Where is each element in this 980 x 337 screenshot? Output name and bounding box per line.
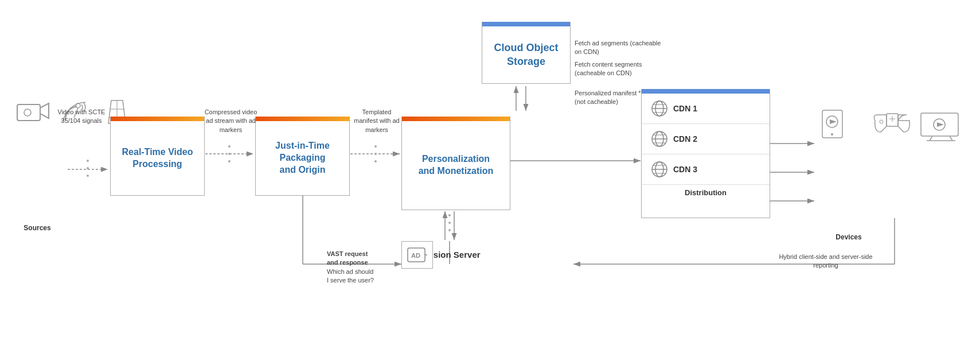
- tv-icon: [918, 112, 964, 144]
- cdn3-label: CDN 3: [673, 165, 697, 174]
- personalization-header: [402, 117, 510, 121]
- svg-marker-59: [830, 119, 837, 124]
- svg-point-29: [448, 214, 451, 216]
- vast-bold: VAST requestand response: [327, 250, 368, 266]
- cdn2-item: CDN 2: [642, 124, 770, 154]
- cloud-storage-box: Cloud ObjectStorage: [482, 22, 571, 84]
- vast-desc: Which ad shouldI serve the user?: [327, 268, 374, 284]
- svg-marker-66: [937, 122, 944, 127]
- fetch-ad-segments-label: Fetch ad segments (cacheable on CDN): [575, 39, 666, 57]
- vast-request-label: VAST requestand response Which ad should…: [327, 250, 399, 285]
- cdn1-label: CDN 1: [673, 104, 697, 113]
- cloud-storage-header: [482, 22, 570, 26]
- cdn2-label: CDN 2: [673, 134, 697, 144]
- jit-header: [256, 117, 349, 121]
- svg-point-23: [228, 145, 231, 148]
- jit-title: Just-in-TimePackagingand Origin: [271, 135, 334, 180]
- svg-marker-33: [40, 103, 49, 118]
- svg-point-26: [374, 145, 377, 148]
- svg-point-25: [228, 160, 231, 162]
- cdn3-globe-icon: [650, 160, 669, 179]
- controller-icon: [869, 109, 915, 144]
- real-time-title: Real-Time Video Processing: [111, 142, 204, 175]
- video-signals-label: Video with SCTE 35/104 signals: [56, 108, 107, 126]
- svg-point-22: [87, 175, 89, 177]
- cdn3-item: CDN 3: [642, 154, 770, 185]
- svg-point-28: [374, 160, 377, 162]
- sources-label: Sources: [14, 224, 60, 232]
- svg-line-67: [930, 136, 932, 141]
- svg-point-27: [374, 153, 377, 155]
- architecture-diagram: Sources Video with SCTE 35/104 signals R…: [0, 0, 980, 337]
- svg-point-31: [448, 229, 451, 231]
- templated-manifest-label: Templated manifest with ad markers: [351, 108, 403, 134]
- svg-rect-32: [17, 104, 40, 121]
- real-time-header: [111, 117, 204, 121]
- distribution-label: Distribution: [642, 185, 770, 200]
- distribution-header: [642, 89, 770, 94]
- personalization-title: Personalizationand Monetization: [414, 149, 498, 182]
- svg-text:AD: AD: [411, 252, 420, 259]
- svg-point-34: [24, 109, 31, 116]
- camera-icon: [11, 98, 52, 126]
- real-time-box: Real-Time Video Processing: [110, 117, 205, 196]
- personalization-box: Personalizationand Monetization: [401, 117, 510, 210]
- svg-point-21: [87, 167, 89, 169]
- svg-point-24: [228, 153, 231, 155]
- svg-point-20: [87, 160, 89, 162]
- ad-decision-icon: AD: [406, 243, 429, 266]
- cdn1-item: CDN 1: [642, 94, 770, 124]
- jit-box: Just-in-TimePackagingand Origin: [255, 117, 350, 196]
- cdn2-globe-icon: [650, 130, 669, 148]
- ad-decision-container: AD Ad Decision Server: [401, 250, 481, 259]
- ad-decision-icon-box: AD: [401, 241, 433, 269]
- hybrid-reporting-label: Hybrid client-side and server-side repor…: [774, 253, 877, 270]
- svg-point-63: [880, 120, 883, 123]
- mobile-tablet-icon: [821, 109, 867, 144]
- devices-icons: [821, 106, 964, 146]
- svg-point-57: [831, 133, 833, 135]
- cdn1-globe-icon: [650, 99, 669, 118]
- distribution-box: CDN 1 CDN 2 CDN 3 Distribu: [641, 89, 770, 218]
- devices-label: Devices: [823, 233, 874, 241]
- compressed-video-label: Compressed video ad stream with ad marke…: [204, 108, 258, 134]
- svg-point-30: [448, 222, 451, 224]
- svg-line-68: [950, 136, 952, 141]
- cloud-storage-title: Cloud ObjectStorage: [490, 37, 563, 73]
- fetch-content-segments-label: Fetch content segments (cacheable on CDN…: [575, 60, 666, 78]
